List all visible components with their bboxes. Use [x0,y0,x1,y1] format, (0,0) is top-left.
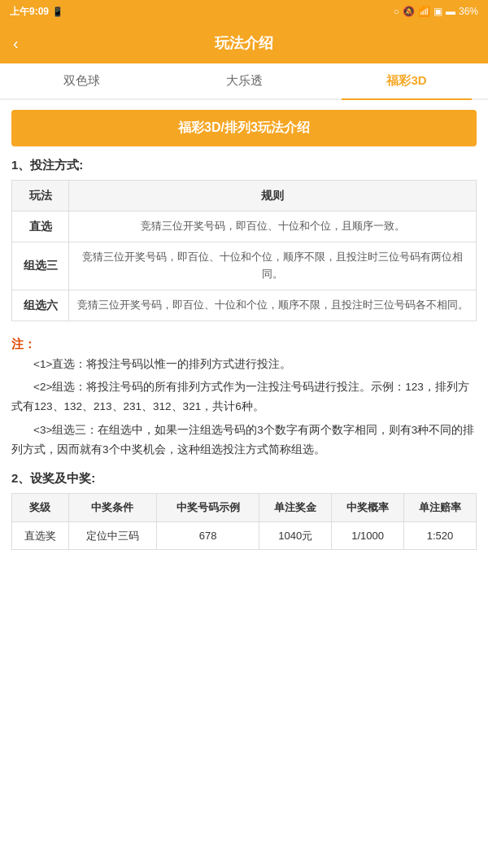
main-content: 福彩3D/排列3玩法介绍 1、投注方式: 玩法 规则 直选 竞猜三位开奖号码，即… [0,100,488,560]
page-title: 玩法介绍 [37,33,451,53]
section-banner: 福彩3D/排列3玩法介绍 [11,110,477,146]
award-odds: 1/1000 [332,521,404,550]
back-button[interactable]: ‹ [13,34,37,53]
award-col-example: 中奖号码示例 [156,494,259,522]
award-col-odds: 中奖概率 [332,494,404,522]
award-prize: 1040元 [259,521,332,550]
award-ratio: 1:520 [404,521,477,550]
game-rule-zuxuan3: 竞猜三位开奖号码，即百位、十位和个位，顺序不限，且投注时三位号码有两位相同。 [69,242,477,290]
game-rule-zuxuan6: 竞猜三位开奖号码，即百位、十位和个位，顺序不限，且投注时三位号码各不相同。 [69,290,477,321]
status-icons: ○ 🔕 📶 ▣ ▬ 36% [394,6,478,17]
note-item-3: <3>组选三：在组选中，如果一注组选号码的3个数字有两个数字相同，则有3种不同的… [11,421,477,460]
table-row: 组选六 竞猜三位开奖号码，即百位、十位和个位，顺序不限，且投注时三位号码各不相同… [12,290,477,321]
notes-section: 注： <1>直选：将投注号码以惟一的排列方式进行投注。 <2>组选：将投注号码的… [11,333,477,460]
tab-daletou[interactable]: 大乐透 [163,63,325,98]
table-row: 直选 竞猜三位开奖号码，即百位、十位和个位，且顺序一致。 [12,212,477,242]
tab-bar: 双色球 大乐透 福彩3D [0,63,488,100]
nav-bar: ‹ 玩法介绍 [0,23,488,63]
col-header-rule: 规则 [69,181,477,212]
wifi-icon: 📶 [418,6,430,17]
award-condition: 定位中三码 [68,521,156,550]
game-name-zuxuan3: 组选三 [12,242,69,290]
battery-icon: ▬ [446,6,455,17]
award-col-ratio: 单注赔率 [404,494,477,522]
award-row: 直选奖 定位中三码 678 1040元 1/1000 1:520 [12,521,477,550]
award-col-condition: 中奖条件 [68,494,156,522]
tab-shuangseqiu[interactable]: 双色球 [0,63,163,98]
status-bar: 上午9:09 📱 ○ 🔕 📶 ▣ ▬ 36% [0,0,488,23]
note-item-2: <2>组选：将投注号码的所有排列方式作为一注投注号码进行投注。示例：123，排列… [11,377,477,417]
award-level: 直选奖 [12,521,69,550]
award-example: 678 [156,521,259,550]
award-col-level: 奖级 [12,494,69,522]
col-header-gametype: 玩法 [12,181,69,212]
note-label: 注： [11,337,36,351]
tab-fucai3d[interactable]: 福彩3D [325,63,488,98]
section1-heading: 1、投注方式: [11,158,477,173]
section2-heading: 2、设奖及中奖: [11,471,477,486]
alarm-icon: ○ [394,6,399,17]
table-row: 组选三 竞猜三位开奖号码，即百位、十位和个位，顺序不限，且投注时三位号码有两位相… [12,242,477,290]
game-name-zuxuan6: 组选六 [12,290,69,321]
status-time: 上午9:09 📱 [10,5,63,19]
game-table: 玩法 规则 直选 竞猜三位开奖号码，即百位、十位和个位，且顺序一致。 组选三 竞… [11,180,477,321]
game-rule-zhixuan: 竞猜三位开奖号码，即百位、十位和个位，且顺序一致。 [69,212,477,242]
note-item-1: <1>直选：将投注号码以惟一的排列方式进行投注。 [11,355,477,374]
signal-icon: ▣ [434,6,442,17]
award-col-prize: 单注奖金 [259,494,332,522]
game-name-zhixuan: 直选 [12,212,69,242]
bell-icon: 🔕 [403,6,415,17]
award-table: 奖级 中奖条件 中奖号码示例 单注奖金 中奖概率 单注赔率 直选奖 定位中三码 … [11,493,477,550]
sim-icon: 📱 [52,7,63,17]
